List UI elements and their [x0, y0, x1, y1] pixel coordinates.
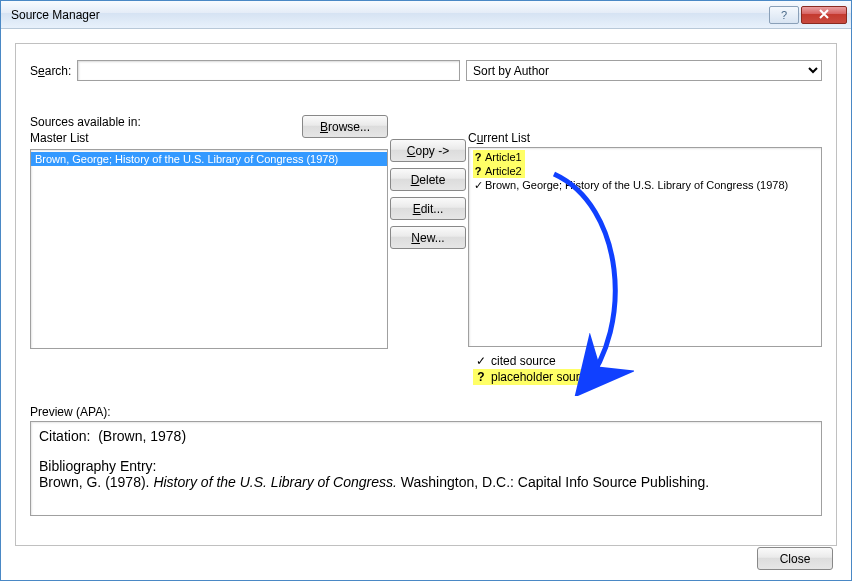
close-window-button[interactable]: [801, 6, 847, 24]
source-manager-window: Source Manager ? Search: Sort by Author: [0, 0, 852, 581]
footer: Close: [757, 547, 833, 570]
placeholder-icon: ?: [473, 150, 483, 164]
window-title: Source Manager: [11, 8, 767, 22]
legend-placeholder-text: placeholder source: [491, 369, 596, 385]
browse-row: Sources available in: Master List Browse…: [30, 115, 388, 147]
preview-entry-label: Bibliography Entry:: [39, 458, 813, 474]
close-button[interactable]: Close: [757, 547, 833, 570]
titlebar: Source Manager ?: [1, 1, 851, 29]
master-list-item[interactable]: Brown, George; History of the U.S. Libra…: [31, 152, 387, 166]
search-label: Search:: [30, 64, 71, 78]
help-icon: ?: [781, 9, 787, 21]
current-list-column: Current List ?Article1 ?Article2 ✓Brown,…: [468, 115, 822, 385]
middle-buttons: Copy -> Delete Edit... New...: [388, 115, 468, 249]
legend-placeholder: ? placeholder source: [468, 369, 822, 385]
delete-button[interactable]: Delete: [390, 168, 466, 191]
preview-box[interactable]: Citation: (Brown, 1978) Bibliography Ent…: [30, 421, 822, 516]
current-list-box[interactable]: ?Article1 ?Article2 ✓Brown, George; Hist…: [468, 147, 822, 347]
cited-icon: ✓: [473, 353, 489, 369]
sources-available-label: Sources available in:: [30, 115, 302, 129]
browse-button[interactable]: Browse...: [302, 115, 388, 138]
current-list-item[interactable]: ✓Brown, George; History of the U.S. Libr…: [469, 178, 821, 192]
inner-frame: Search: Sort by Author Sources available…: [15, 43, 837, 546]
legend-cited-text: cited source: [491, 353, 556, 369]
search-input[interactable]: [77, 60, 460, 81]
master-list-box[interactable]: Brown, George; History of the U.S. Libra…: [30, 149, 388, 349]
preview-label: Preview (APA):: [30, 405, 822, 419]
legend-cited: ✓ cited source: [468, 353, 822, 369]
edit-button[interactable]: Edit...: [390, 197, 466, 220]
close-icon: [818, 9, 830, 21]
sort-select[interactable]: Sort by Author: [466, 60, 822, 81]
current-list-label: Current List: [468, 131, 530, 145]
placeholder-icon: ?: [473, 164, 483, 178]
preview-citation: Citation: (Brown, 1978): [39, 428, 813, 444]
copy-button[interactable]: Copy ->: [390, 139, 466, 162]
client-area: Search: Sort by Author Sources available…: [1, 29, 851, 580]
help-button[interactable]: ?: [769, 6, 799, 24]
columns: Sources available in: Master List Browse…: [30, 115, 822, 385]
preview-entry: Brown, G. (1978). History of the U.S. Li…: [39, 474, 813, 490]
current-list-item[interactable]: ?Article2: [469, 164, 821, 178]
cited-icon: ✓: [473, 178, 483, 192]
legend: ✓ cited source ? placeholder source: [468, 353, 822, 385]
master-list-column: Sources available in: Master List Browse…: [30, 115, 388, 349]
current-list-item[interactable]: ?Article1: [469, 150, 821, 164]
search-row: Search: Sort by Author: [30, 60, 822, 81]
master-list-label: Master List: [30, 131, 302, 145]
new-button[interactable]: New...: [390, 226, 466, 249]
placeholder-icon: ?: [473, 369, 489, 385]
